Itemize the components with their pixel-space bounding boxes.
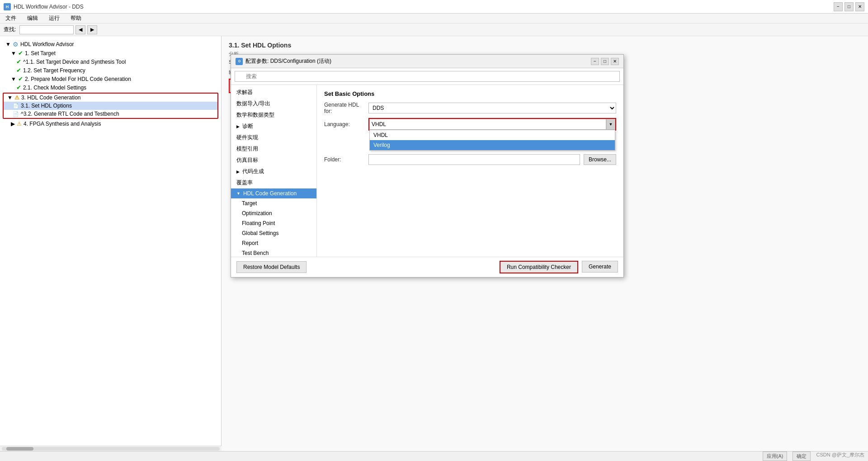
left-scrollbar[interactable] <box>0 446 222 451</box>
language-display[interactable]: VHDL <box>369 119 606 130</box>
nav-math[interactable]: 数学和数据类型 <box>231 109 316 121</box>
dialog-search-area: 🔍 <box>231 68 623 85</box>
tree-item-1-1[interactable]: ✔ ^1.1. Set Target Device and Synthesis … <box>0 57 221 66</box>
dialog-maximize-btn[interactable]: □ <box>601 58 609 65</box>
expand-icon-1: ▼ <box>11 50 16 56</box>
close-button[interactable]: ✕ <box>855 2 864 11</box>
check-icon-1-1: ✔ <box>16 58 21 65</box>
option-verilog[interactable]: Verilog <box>370 140 615 150</box>
status-bar-right: 应用(A) 确定 CSDN @萨文_摩尔杰 <box>763 452 864 461</box>
language-select-row: VHDL ▼ <box>369 119 615 130</box>
app-icon: H <box>4 3 11 10</box>
dialog-icon: ⚙ <box>236 58 243 65</box>
warn-icon-4: ⚠ <box>17 121 22 127</box>
nav-global-settings[interactable]: Global Settings <box>231 228 316 238</box>
tree-item-2-1[interactable]: ✔ 2.1. Check Model Settings <box>0 83 221 92</box>
generate-hdl-select[interactable]: DDS <box>368 103 616 113</box>
window-controls: − □ ✕ <box>834 2 864 11</box>
menu-bar: 文件 编辑 运行 帮助 <box>0 14 868 24</box>
tree-root-arrow: ▼ <box>5 41 11 47</box>
search-input[interactable] <box>19 25 74 34</box>
dialog-content: Set Basic Options Generate HDL for: DDS … <box>317 85 623 257</box>
language-dropdown-list: VHDL Verilog <box>369 130 615 151</box>
title-bar: H HDL Workflow Advisor - DDS − □ ✕ <box>0 0 868 14</box>
browse-button[interactable]: Browse... <box>584 154 616 165</box>
status-apply-btn[interactable]: 应用(A) <box>763 452 788 461</box>
tree-item-3-2[interactable]: 📄 ^3.2. Generate RTL Code and Testbench <box>4 110 217 118</box>
menu-file[interactable]: 文件 <box>4 14 18 23</box>
tree-group-3-box: ▼ ⚠ 3. HDL Code Generation 📄 3.1. Set HD… <box>3 93 218 119</box>
option-vhdl[interactable]: VHDL <box>370 130 615 140</box>
config-dialog: ⚙ 配置参数: DDS/Configuration (活动) − □ ✕ 🔍 <box>231 54 624 278</box>
language-arrow[interactable]: ▼ <box>606 119 615 130</box>
folder-input[interactable] <box>368 154 580 165</box>
hdl-icon: ⚙ <box>13 41 19 48</box>
check-icon-1: ✔ <box>18 50 23 56</box>
tree-item-1[interactable]: ▼ ✔ 1. Set Target <box>0 49 221 57</box>
left-panel: ▼ ⚙ HDL Workflow Advisor ▼ ✔ 1. Set Targ… <box>0 36 222 451</box>
nav-data-import[interactable]: 数据导入/导出 <box>231 98 316 109</box>
nav-optimization[interactable]: Optimization <box>231 208 316 218</box>
nav-coverage[interactable]: 覆盖率 <box>231 177 316 188</box>
tree-label-3: 3. HDL Code Generation <box>21 94 81 101</box>
restore-defaults-button[interactable]: Restore Model Defaults <box>236 261 307 273</box>
nav-test-bench[interactable]: Test Bench <box>231 248 316 257</box>
run-compatibility-checker-button[interactable]: Run Compatibility Checker <box>500 261 578 273</box>
title-bar-left: H HDL Workflow Advisor - DDS <box>4 3 84 10</box>
back-button[interactable]: ◀ <box>75 25 85 34</box>
doc-icon-3-1: 📄 <box>13 103 19 109</box>
language-label: Language: <box>324 121 365 127</box>
tree-item-1-2[interactable]: ✔ 1.2. Set Target Frequency <box>0 66 221 75</box>
dialog-body: 求解器 数据导入/导出 数学和数据类型 诊断 硬件实现 模型 <box>231 85 623 257</box>
menu-run[interactable]: 运行 <box>47 14 61 23</box>
menu-edit[interactable]: 编辑 <box>25 14 40 23</box>
language-row: Language: VHDL ▼ <box>324 118 616 131</box>
dialog-close-btn[interactable]: ✕ <box>611 58 619 65</box>
tree-label-2: 2. Prepare Model For HDL Code Generation <box>25 76 131 82</box>
nav-target[interactable]: Target <box>231 198 316 208</box>
expand-icon-4: ▶ <box>11 121 15 127</box>
dialog-minimize-btn[interactable]: − <box>591 58 599 65</box>
nav-report[interactable]: Report <box>231 238 316 248</box>
nav-floating-point[interactable]: Floating Point <box>231 218 316 228</box>
tree-item-3-1[interactable]: 📄 3.1. Set HDL Options <box>4 102 217 110</box>
right-panel: 3.1. Set HDL Options 分析 Set options for … <box>222 36 868 451</box>
doc-icon-3-2: 📄 <box>13 111 19 117</box>
tree-item-4[interactable]: ▶ ⚠ 4. FPGA Synthesis and Analysis <box>0 120 221 128</box>
expand-icon-2: ▼ <box>11 76 16 82</box>
check-icon-2-1: ✔ <box>16 84 21 91</box>
main-layout: ▼ ⚙ HDL Workflow Advisor ▼ ✔ 1. Set Targ… <box>0 36 868 451</box>
nav-sim-target[interactable]: 仿真目标 <box>231 155 316 166</box>
nav-hdl-code-gen[interactable]: HDL Code Generation <box>231 188 316 198</box>
generate-hdl-label: Generate HDL for: <box>324 102 365 114</box>
tree-root[interactable]: ▼ ⚙ HDL Workflow Advisor <box>0 40 221 49</box>
tree-label-4: 4. FPGA Synthesis and Analysis <box>24 121 101 127</box>
dialog-title-text: 配置参数: DDS/Configuration (活动) <box>245 57 331 65</box>
maximize-button[interactable]: □ <box>844 2 854 11</box>
generate-hdl-row: Generate HDL for: DDS <box>324 102 616 114</box>
dialog-title-bar: ⚙ 配置参数: DDS/Configuration (活动) − □ ✕ <box>231 55 623 68</box>
nav-model-ref[interactable]: 模型引用 <box>231 143 316 155</box>
minimize-button[interactable]: − <box>834 2 843 11</box>
tree-item-3[interactable]: ▼ ⚠ 3. HDL Code Generation <box>4 94 217 102</box>
menu-help[interactable]: 帮助 <box>69 14 83 23</box>
nav-hardware[interactable]: 硬件实现 <box>231 132 316 143</box>
forward-button[interactable]: ▶ <box>87 25 97 34</box>
search-input-dialog[interactable] <box>235 71 620 82</box>
nav-solver[interactable]: 求解器 <box>231 87 316 98</box>
dialog-footer: Restore Model Defaults Run Compatibility… <box>231 257 623 277</box>
tree-label-2-1: 2.1. Check Model Settings <box>23 85 86 91</box>
warn-icon-3: ⚠ <box>14 94 19 101</box>
nav-diagnostics[interactable]: 诊断 <box>231 121 316 132</box>
nav-code-gen[interactable]: 代码生成 <box>231 166 316 177</box>
csdn-watermark: CSDN @萨文_摩尔杰 <box>816 452 864 461</box>
generate-button[interactable]: Generate <box>582 261 618 273</box>
dialog-title-left: ⚙ 配置参数: DDS/Configuration (活动) <box>236 57 331 65</box>
tree-label-1-2: 1.2. Set Target Frequency <box>23 67 85 74</box>
status-ok-btn[interactable]: 确定 <box>793 452 811 461</box>
expand-icon-3: ▼ <box>7 94 13 101</box>
window-title: HDL Workflow Advisor - DDS <box>14 4 84 10</box>
dialog-nav: 求解器 数据导入/导出 数学和数据类型 诊断 硬件实现 模型 <box>231 85 317 257</box>
dialog-controls: − □ ✕ <box>591 58 619 65</box>
tree-item-2[interactable]: ▼ ✔ 2. Prepare Model For HDL Code Genera… <box>0 75 221 83</box>
